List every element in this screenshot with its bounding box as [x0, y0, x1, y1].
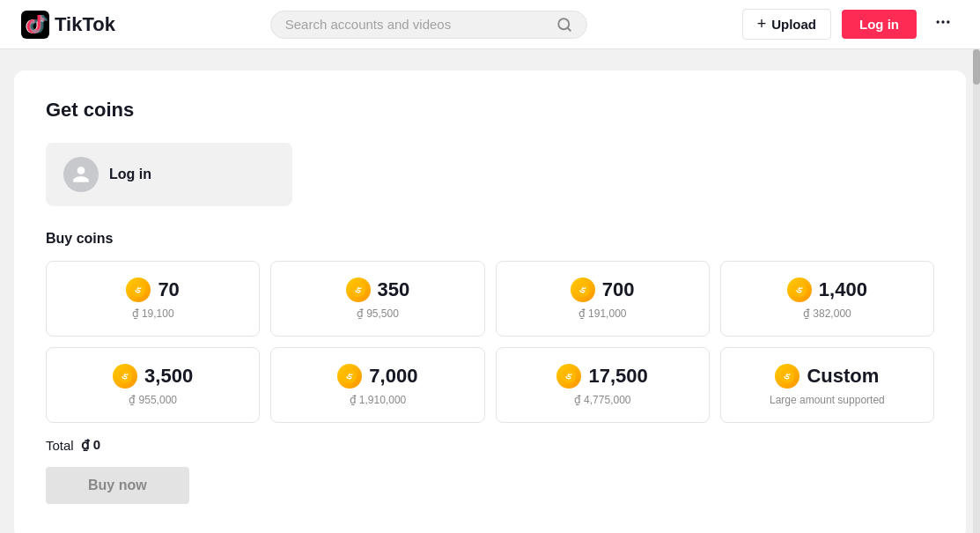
- search-icon: [556, 17, 572, 33]
- header-actions: + Upload Log in: [742, 9, 959, 40]
- coin-price-value: ₫ 1,910,000: [350, 394, 407, 406]
- coin-custom-label: Custom: [807, 365, 879, 388]
- coin-icon: [571, 278, 595, 302]
- coin-custom-sub: Large amount supported: [770, 394, 885, 406]
- coin-icon: [775, 364, 799, 389]
- coin-option-70[interactable]: 70 ₫ 19,100: [46, 261, 260, 337]
- svg-line-2: [567, 27, 570, 30]
- coin-amount-row: 1,400: [787, 278, 867, 302]
- coin-icon: [126, 278, 151, 302]
- coin-symbol: [792, 283, 807, 297]
- page-content: Get coins Log in Buy coins: [0, 49, 980, 533]
- coin-amount-row: Custom: [775, 364, 879, 389]
- coin-icon: [113, 364, 137, 389]
- login-prompt[interactable]: Log in: [46, 143, 292, 206]
- svg-point-3: [937, 20, 939, 23]
- coin-amount-row: 3,500: [113, 364, 193, 389]
- coin-symbol: [576, 283, 590, 297]
- tiktok-logo-icon: [21, 11, 49, 39]
- search-bar: [270, 11, 587, 39]
- scrollbar[interactable]: [973, 49, 980, 533]
- coin-amount-value: 3,500: [144, 365, 193, 388]
- page-title: Get coins: [46, 99, 934, 122]
- coin-option-350[interactable]: 350 ₫ 95,500: [270, 261, 484, 337]
- coin-amount-row: 350: [346, 278, 410, 302]
- coin-symbol: [118, 369, 132, 383]
- coin-amount-row: 70: [126, 278, 179, 302]
- avatar: [63, 157, 99, 192]
- total-label: Total: [46, 438, 74, 453]
- coin-icon: [787, 278, 812, 302]
- coin-amount-row: 7,000: [337, 364, 417, 389]
- buy-now-button[interactable]: Buy now: [46, 467, 189, 504]
- coin-price-value: ₫ 955,000: [129, 394, 177, 406]
- upload-button[interactable]: + Upload: [742, 9, 831, 40]
- login-button[interactable]: Log in: [842, 10, 917, 39]
- tiktok-logo[interactable]: TikTok: [21, 11, 115, 39]
- total-value: ₫ 0: [81, 437, 101, 453]
- total-row: Total ₫ 0: [46, 437, 934, 453]
- coin-price-value: ₫ 95,500: [357, 307, 399, 320]
- buy-coins-title: Buy coins: [46, 231, 934, 247]
- coin-icon: [346, 278, 371, 302]
- coin-option-700[interactable]: 700 ₫ 191,000: [496, 261, 710, 337]
- plus-icon: +: [757, 15, 767, 33]
- coin-price-value: ₫ 382,000: [803, 307, 851, 320]
- coin-icon: [556, 364, 581, 389]
- coin-symbol: [562, 369, 576, 383]
- coins-grid-row2: 3,500 ₫ 955,000 7,000 ₫: [46, 347, 934, 423]
- coin-option-17500[interactable]: 17,500 ₫ 4,775,000: [496, 347, 710, 423]
- more-options-button[interactable]: [927, 10, 959, 39]
- svg-point-5: [947, 20, 949, 23]
- header: TikTok + Upload Log in: [0, 0, 980, 49]
- coin-symbol: [780, 369, 794, 383]
- upload-label: Upload: [771, 17, 816, 32]
- login-prompt-label: Log in: [109, 167, 151, 182]
- coin-amount-value: 70: [158, 278, 179, 301]
- scrollbar-thumb[interactable]: [973, 49, 980, 85]
- coins-card: Get coins Log in Buy coins: [14, 70, 966, 533]
- coin-amount-value: 17,500: [588, 365, 647, 388]
- more-icon: [934, 13, 952, 31]
- coin-option-7000[interactable]: 7,000 ₫ 1,910,000: [270, 347, 484, 423]
- logo-text: TikTok: [55, 13, 115, 36]
- coin-option-custom[interactable]: Custom Large amount supported: [720, 347, 934, 423]
- search-container: [151, 11, 707, 39]
- coin-option-3500[interactable]: 3,500 ₫ 955,000: [46, 347, 260, 423]
- coin-amount-value: 7,000: [369, 365, 417, 388]
- coin-price-value: ₫ 4,775,000: [574, 394, 631, 406]
- search-input[interactable]: [285, 17, 549, 32]
- avatar-icon: [71, 165, 91, 184]
- coin-amount-value: 1,400: [819, 278, 867, 301]
- coin-price-value: ₫ 191,000: [578, 307, 627, 320]
- svg-rect-0: [21, 11, 49, 39]
- coin-amount-value: 350: [378, 278, 410, 301]
- search-button[interactable]: [556, 17, 572, 33]
- coin-option-1400[interactable]: 1,400 ₫ 382,000: [720, 261, 934, 337]
- svg-point-4: [941, 20, 944, 23]
- coins-grid-row1: 70 ₫ 19,100 350 ₫ 95,500: [46, 261, 934, 337]
- coin-price-value: ₫ 19,100: [132, 307, 174, 320]
- coin-symbol: [343, 369, 357, 383]
- coin-amount-row: 700: [571, 278, 635, 302]
- coin-amount-row: 17,500: [556, 364, 647, 389]
- coin-symbol: [131, 283, 145, 297]
- coin-icon: [337, 364, 362, 389]
- coin-symbol: [351, 283, 365, 297]
- coin-amount-value: 700: [602, 278, 635, 301]
